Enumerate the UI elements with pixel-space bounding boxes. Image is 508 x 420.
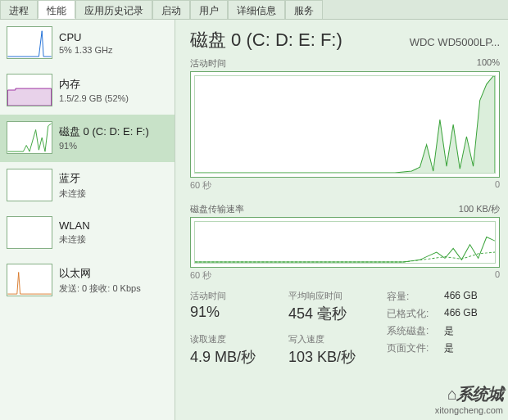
tab-performance[interactable]: 性能 <box>38 0 75 19</box>
activity-graph <box>190 71 500 178</box>
tab-startup[interactable]: 启动 <box>152 0 190 19</box>
sidebar-item-sub: 发送: 0 接收: 0 Kbps <box>59 282 141 295</box>
disk-model: WDC WD5000LP... <box>410 36 500 48</box>
stat-write-value: 103 KB/秒 <box>288 347 387 367</box>
sidebar-item-sub: 未连接 <box>59 187 86 200</box>
graph2-max: 100 KB/秒 <box>459 203 500 215</box>
disk-details: 容量:466 GB 已格式化:466 GB 系统磁盘:是 页面文件:是 <box>387 290 500 377</box>
sidebar-item-label: 以太网 <box>59 266 141 281</box>
wlan-thumb-icon <box>7 216 52 249</box>
ethernet-thumb-icon <box>7 264 52 296</box>
sidebar-item-cpu[interactable]: CPU 5% 1.33 GHz <box>0 20 175 67</box>
sidebar: CPU 5% 1.33 GHz 内存 1.5/2.9 GB (52%) 磁盘 0… <box>0 20 175 420</box>
sidebar-item-wlan[interactable]: WLAN 未连接 <box>0 210 175 257</box>
watermark: ⌂系统城 xitongcheng.com <box>435 383 503 415</box>
stat-active-label: 活动时间 <box>190 290 288 302</box>
sidebar-item-label: 磁盘 0 (C: D: E: F:) <box>59 124 149 139</box>
stat-read-label: 读取速度 <box>190 333 288 345</box>
tab-details[interactable]: 详细信息 <box>228 0 285 19</box>
sidebar-item-sub: 5% 1.33 GHz <box>59 45 112 55</box>
graph2-x-left: 60 秒 <box>190 269 211 282</box>
tab-processes[interactable]: 进程 <box>0 0 38 19</box>
cpu-thumb-icon <box>7 26 52 59</box>
tab-app-history[interactable]: 应用历史记录 <box>75 0 152 19</box>
sidebar-item-disk0[interactable]: 磁盘 0 (C: D: E: F:) 91% <box>0 115 175 162</box>
bluetooth-thumb-icon <box>7 169 52 201</box>
transfer-graph <box>190 217 500 268</box>
graph1-x-left: 60 秒 <box>190 179 211 192</box>
graph2-x-right: 0 <box>495 269 500 282</box>
page-title: 磁盘 0 (C: D: E: F:) <box>190 28 342 52</box>
main-panel: 磁盘 0 (C: D: E: F:) WDC WD5000LP... 活动时间 … <box>175 20 508 420</box>
stat-resp-value: 454 毫秒 <box>288 304 387 323</box>
sidebar-item-label: 蓝牙 <box>59 171 86 186</box>
sidebar-item-label: CPU <box>59 31 112 43</box>
stat-resp-label: 平均响应时间 <box>288 290 387 302</box>
sidebar-item-label: WLAN <box>59 219 90 232</box>
sidebar-item-bluetooth[interactable]: 蓝牙 未连接 <box>0 162 175 210</box>
graph2-title: 磁盘传输速率 <box>190 203 244 215</box>
sidebar-item-memory[interactable]: 内存 1.5/2.9 GB (52%) <box>0 67 175 115</box>
tab-users[interactable]: 用户 <box>190 0 228 19</box>
sidebar-item-sub: 91% <box>59 141 149 151</box>
sidebar-item-sub: 未连接 <box>59 233 90 246</box>
memory-thumb-icon <box>7 74 52 106</box>
stat-read-value: 4.9 MB/秒 <box>190 347 288 367</box>
stat-active-value: 91% <box>190 304 288 321</box>
stat-write-label: 写入速度 <box>288 333 387 345</box>
tab-services[interactable]: 服务 <box>285 0 323 19</box>
sidebar-item-label: 内存 <box>59 77 129 92</box>
sidebar-item-ethernet[interactable]: 以太网 发送: 0 接收: 0 Kbps <box>0 257 175 305</box>
sidebar-item-sub: 1.5/2.9 GB (52%) <box>59 93 129 103</box>
tab-bar: 进程 性能 应用历史记录 启动 用户 详细信息 服务 <box>0 0 508 20</box>
graph1-max: 100% <box>477 57 500 70</box>
disk-thumb-icon <box>7 121 52 154</box>
graph1-x-right: 0 <box>495 179 500 192</box>
graph1-title: 活动时间 <box>190 57 226 70</box>
